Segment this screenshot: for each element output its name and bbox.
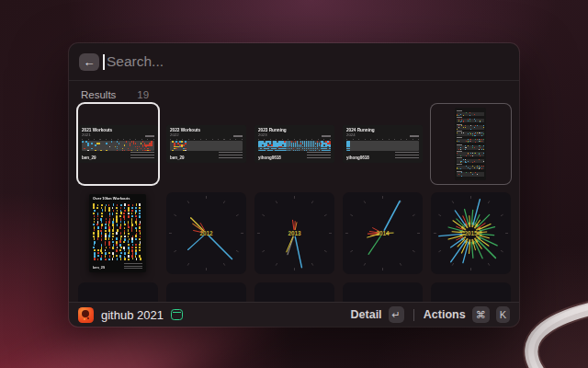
thumb-title: 2024 Running (346, 128, 375, 132)
thumb-title: 2023 Running (258, 128, 287, 132)
poster-username: ben_29 (93, 266, 105, 270)
thumb-year: 2023 (258, 133, 267, 137)
thumbnail-2014-radial: 2014 (343, 192, 423, 274)
thumb-title: 2022 Workouts (170, 128, 200, 132)
thumb-year: 2024 (346, 133, 356, 137)
thumbnail-2013-radial: 2013 (254, 192, 334, 274)
grid-item-2014-radial[interactable]: 2014 (343, 192, 423, 274)
thumbnail-years-overview (455, 108, 486, 180)
thumb-stats-block (219, 152, 243, 159)
thumb-month-axis (346, 139, 419, 140)
results-count: 19 (137, 89, 149, 100)
thumb-stats-block (395, 152, 419, 159)
thumb-username: ben_29 (170, 156, 185, 161)
thumb-year: 2022 (170, 133, 179, 137)
results-label: Results (81, 89, 116, 100)
footer-divider (413, 309, 414, 321)
thumb-total-stat (233, 135, 243, 137)
grid-item-years-overview[interactable] (431, 104, 511, 184)
grid-item-2022-workouts[interactable]: 2022 Workouts 2022 ben_29 (166, 104, 246, 184)
thumb-stats-block (130, 152, 154, 159)
svg-text:2015: 2015 (464, 230, 478, 236)
grid-item-partial-3[interactable] (254, 282, 334, 302)
thumb-username: yihong0618 (258, 156, 281, 161)
svg-text:2012: 2012 (199, 230, 213, 236)
thumb-month-axis (258, 139, 331, 140)
grid-item-partial-1[interactable] (78, 282, 158, 302)
thumbnail-2012-radial: 2012 (166, 192, 246, 274)
thumbnail-2021-workouts: 2021 Workouts 2021 ben_29 (78, 125, 158, 163)
footer-bar: github 2021 Detail ↵ Actions ⌘ K (69, 302, 519, 327)
thumb-username: yihong0618 (346, 156, 369, 161)
window-icon (171, 309, 183, 320)
back-arrow-icon: ← (84, 55, 96, 69)
search-input[interactable]: Search... (107, 53, 164, 70)
grid-item-2024-running[interactable]: 2024 Running 2024 yihong0618 (343, 104, 423, 184)
thumbnail-2022-workouts: 2022 Workouts 2022 ben_29 (166, 125, 246, 163)
grid-item-partial-4[interactable] (343, 282, 423, 302)
grid-item-over-10km-poster[interactable]: Over 10km Workouts ben_29 (78, 192, 158, 274)
thumb-heatmap (170, 141, 243, 151)
grid-item-2023-running[interactable]: 2023 Running 2023 yihong0618 (254, 104, 334, 184)
thumbnail-2023-running: 2023 Running 2023 yihong0618 (254, 125, 334, 163)
grid-item-partial-5[interactable] (431, 282, 511, 302)
actions-label: Actions (424, 308, 466, 321)
thumbnail-over-10km-poster: Over 10km Workouts ben_29 (89, 194, 146, 272)
app-icon (78, 307, 94, 323)
thumbnail-2015-radial: 2015 (431, 192, 511, 274)
svg-text:2014: 2014 (376, 230, 390, 236)
poster-body (93, 203, 142, 260)
detail-label: Detail (351, 308, 382, 321)
text-caret (103, 54, 105, 70)
grid-item-2021-workouts[interactable]: 2021 Workouts 2021 ben_29 (78, 104, 158, 184)
k-key-badge: K (496, 306, 510, 323)
thumb-month-axis (82, 139, 154, 140)
thumb-heatmap (258, 141, 331, 151)
grid-item-2012-radial[interactable]: 2012 (166, 192, 246, 274)
thumb-total-stat (410, 135, 419, 137)
back-button[interactable]: ← (79, 53, 99, 71)
screen: ← Search... Results19 2021 Workouts 2021… (0, 0, 588, 368)
grid-item-partial-2[interactable] (166, 282, 246, 302)
actions-button[interactable]: Actions ⌘ K (424, 306, 510, 323)
app-label: github 2021 (101, 308, 164, 322)
thumb-heatmap (346, 141, 419, 151)
grid-item-2015-radial[interactable]: 2015 (431, 192, 511, 274)
poster-title: Over 10km Workouts (93, 197, 130, 201)
poster-stats-block (124, 263, 142, 269)
thumb-month-axis (170, 139, 243, 140)
results-header: Results19 (81, 89, 149, 100)
thumb-heatmap (82, 141, 154, 151)
svg-text:2013: 2013 (288, 230, 301, 236)
thumbnail-2024-running: 2024 Running 2024 yihong0618 (343, 125, 423, 163)
detail-button[interactable]: Detail ↵ (351, 306, 404, 323)
search-bar: ← Search... (69, 43, 519, 81)
thumb-year: 2021 (82, 133, 91, 137)
thumb-total-stat (322, 135, 331, 137)
thumb-total-stat (145, 135, 154, 137)
cmd-key-badge: ⌘ (472, 306, 490, 323)
thumb-stats-block (307, 152, 331, 159)
thumb-title: 2021 Workouts (82, 128, 112, 132)
launcher-window: ← Search... Results19 2021 Workouts 2021… (69, 43, 519, 327)
enter-key-badge: ↵ (389, 306, 404, 323)
thumb-username: ben_29 (82, 156, 96, 161)
grid-item-2013-radial[interactable]: 2013 (254, 192, 334, 274)
